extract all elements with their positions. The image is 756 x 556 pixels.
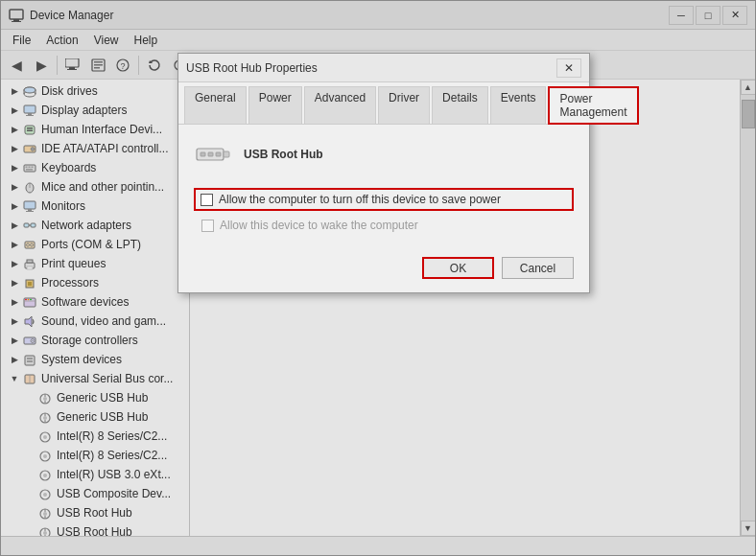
- cancel-button[interactable]: Cancel: [502, 257, 574, 279]
- dialog-buttons: OK Cancel: [178, 247, 589, 292]
- power-options: Allow the computer to turn off this devi…: [194, 188, 574, 232]
- tab-general[interactable]: General: [184, 86, 247, 124]
- usb-hub-device-icon: [194, 140, 232, 169]
- tab-power[interactable]: Power: [248, 86, 302, 124]
- svg-rect-92: [201, 152, 205, 156]
- modal-overlay: USB Root Hub Properties ✕ General Power …: [0, 0, 756, 556]
- wake-computer-checkbox[interactable]: [201, 220, 214, 232]
- wake-computer-label: Allow this device to wake the computer: [220, 219, 418, 232]
- tab-advanced[interactable]: Advanced: [304, 86, 376, 124]
- tab-events[interactable]: Events: [490, 86, 547, 124]
- dialog-title: USB Root Hub Properties: [186, 61, 556, 75]
- svg-rect-93: [208, 152, 213, 156]
- dialog-title-bar: USB Root Hub Properties ✕: [178, 54, 589, 82]
- power-save-label: Allow the computer to turn off this devi…: [219, 193, 501, 206]
- usb-root-hub-dialog: USB Root Hub Properties ✕ General Power …: [177, 53, 590, 293]
- ok-button[interactable]: OK: [422, 257, 494, 279]
- wake-computer-option: Allow this device to wake the computer: [194, 219, 574, 232]
- tab-details[interactable]: Details: [432, 86, 488, 124]
- power-save-checkbox[interactable]: [201, 194, 213, 206]
- device-header: USB Root Hub: [194, 140, 574, 169]
- tab-bar: General Power Advanced Driver Details Ev…: [178, 82, 589, 125]
- tab-driver[interactable]: Driver: [378, 86, 430, 124]
- device-name-label: USB Root Hub: [244, 148, 323, 161]
- power-save-option: Allow the computer to turn off this devi…: [194, 188, 574, 211]
- svg-rect-95: [224, 151, 229, 157]
- dialog-close-button[interactable]: ✕: [556, 58, 581, 78]
- dialog-content: USB Root Hub Allow the computer to turn …: [178, 125, 589, 247]
- tab-power-management[interactable]: Power Management: [548, 86, 638, 125]
- svg-rect-94: [216, 152, 221, 156]
